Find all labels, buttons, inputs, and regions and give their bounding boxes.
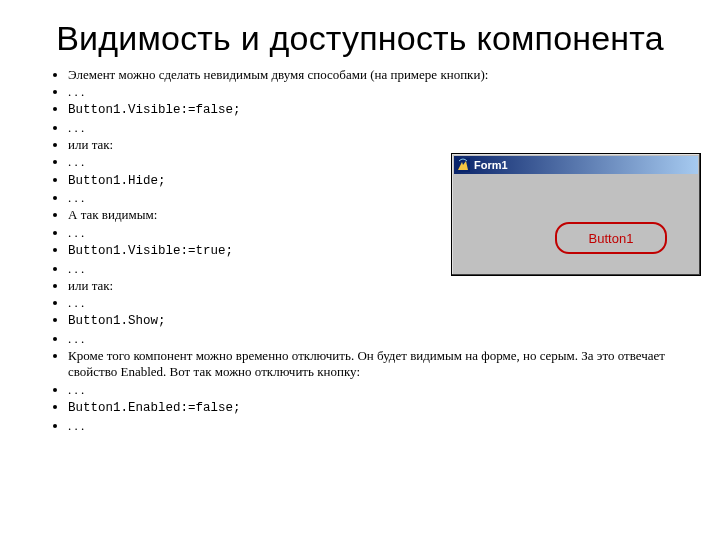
bullet-text: А так видимым:	[68, 207, 157, 222]
bullet-text: Button1.Visible:=true;	[68, 244, 233, 258]
bullet-item: . . .	[68, 295, 692, 311]
bullet-item: . . .	[68, 84, 692, 100]
delphi-form-window: Form1 Button1	[451, 153, 701, 276]
bullet-text: Кроме того компонент можно временно откл…	[68, 348, 665, 379]
bullet-text: Button1.Show;	[68, 314, 166, 328]
bullet-text: или так:	[68, 278, 113, 293]
bullet-item: . . .	[68, 418, 692, 434]
app-icon	[456, 158, 470, 172]
bullet-item: Кроме того компонент можно временно откл…	[68, 348, 692, 381]
bullet-item: . . .	[68, 382, 692, 398]
bullet-text: . . .	[68, 261, 84, 276]
bullet-text: Элемент можно сделать невидимым двумя сп…	[68, 67, 488, 82]
window-titlebar: Form1	[454, 156, 698, 174]
bullet-text: Button1.Visible:=false;	[68, 103, 241, 117]
bullet-text: . . .	[68, 331, 84, 346]
bullet-text: . . .	[68, 154, 84, 169]
bullet-text: Button1.Hide;	[68, 174, 166, 188]
window-client-area: Button1	[452, 176, 700, 275]
bullet-text: или так:	[68, 137, 113, 152]
bullet-text: Button1.Enabled:=false;	[68, 401, 241, 415]
bullet-text: . . .	[68, 190, 84, 205]
bullet-text: . . .	[68, 295, 84, 310]
slide: Видимость и доступность компонента Элеме…	[0, 0, 720, 540]
bullet-item: или так:	[68, 137, 692, 153]
bullet-item: Button1.Show;	[68, 312, 692, 330]
bullet-item: Элемент можно сделать невидимым двумя сп…	[68, 67, 692, 83]
bullet-text: . . .	[68, 418, 84, 433]
button1-label: Button1	[589, 231, 634, 246]
bullet-text: . . .	[68, 382, 84, 397]
bullet-text: . . .	[68, 84, 84, 99]
button1[interactable]: Button1	[555, 222, 667, 254]
window-title: Form1	[474, 159, 508, 171]
bullet-text: . . .	[68, 225, 84, 240]
bullet-item: или так:	[68, 278, 692, 294]
bullet-item: . . .	[68, 120, 692, 136]
slide-title: Видимость и доступность компонента	[28, 20, 692, 57]
bullet-item: Button1.Enabled:=false;	[68, 399, 692, 417]
bullet-item: Button1.Visible:=false;	[68, 101, 692, 119]
bullet-text: . . .	[68, 120, 84, 135]
bullet-item: . . .	[68, 331, 692, 347]
